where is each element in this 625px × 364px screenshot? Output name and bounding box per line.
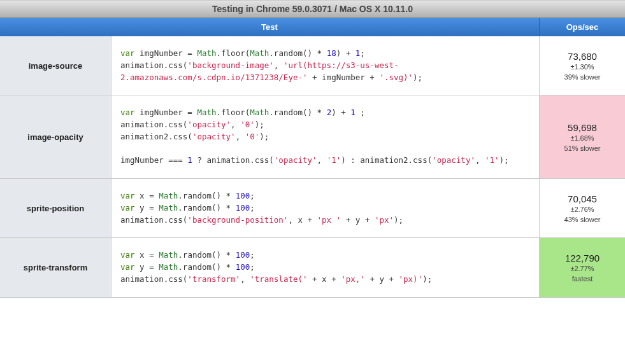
ops-note: 51% slower [564, 144, 601, 152]
ops-value: 73,680 [568, 51, 597, 62]
test-name: sprite-position [0, 179, 111, 237]
ops-note: 43% slower [564, 216, 601, 223]
column-header-row: Test Ops/sec [0, 18, 625, 36]
table-row: image-sourcevar imgNumber = Math.floor(M… [0, 36, 625, 95]
header: Testing in Chrome 59.0.3071 / Mac OS X 1… [0, 0, 625, 18]
ops-note: fastest [572, 275, 593, 283]
column-header-test: Test [0, 18, 540, 36]
rows-container: image-sourcevar imgNumber = Math.floor(M… [0, 36, 625, 298]
test-name: sprite-transform [0, 238, 111, 297]
test-name: image-opacity [0, 95, 111, 178]
ops-cell: 122,790±2.77%fastest [540, 238, 625, 297]
ops-cell: 70,045±2.76%43% slower [540, 179, 625, 237]
table-row: sprite-positionvar x = Math.random() * 1… [0, 179, 625, 238]
ops-error: ±1.30% [570, 63, 594, 71]
column-header-ops: Ops/sec [540, 18, 625, 36]
ops-cell: 59,698±1.68%51% slower [540, 95, 625, 178]
header-title: Testing in Chrome 59.0.3071 / Mac OS X 1… [212, 4, 413, 14]
table-row: image-opacityvar imgNumber = Math.floor(… [0, 95, 625, 179]
ops-value: 122,790 [565, 253, 600, 263]
test-code: var x = Math.random() * 100; var y = Mat… [111, 238, 540, 297]
ops-error: ±2.77% [570, 265, 594, 272]
ops-error: ±1.68% [570, 134, 594, 142]
benchmark-table: Testing in Chrome 59.0.3071 / Mac OS X 1… [0, 0, 625, 298]
ops-error: ±2.76% [570, 206, 594, 213]
ops-cell: 73,680±1.30%39% slower [540, 36, 625, 95]
test-code: var imgNumber = Math.floor(Math.random()… [111, 36, 540, 95]
ops-value: 70,045 [568, 193, 597, 204]
table-row: sprite-transformvar x = Math.random() * … [0, 238, 625, 297]
test-code: var x = Math.random() * 100; var y = Mat… [111, 179, 540, 237]
ops-note: 39% slower [564, 73, 601, 81]
ops-value: 59,698 [568, 122, 597, 133]
test-name: image-source [0, 36, 111, 95]
test-code: var imgNumber = Math.floor(Math.random()… [111, 95, 540, 178]
